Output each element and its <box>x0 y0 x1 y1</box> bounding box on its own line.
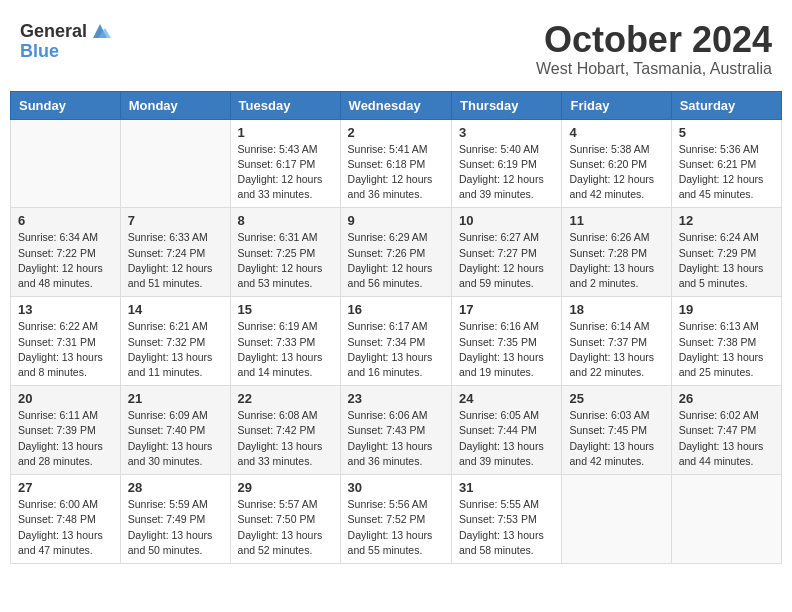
calendar-cell: 7Sunrise: 6:33 AM Sunset: 7:24 PM Daylig… <box>120 208 230 297</box>
calendar-cell: 2Sunrise: 5:41 AM Sunset: 6:18 PM Daylig… <box>340 119 451 208</box>
day-info: Sunrise: 6:13 AM Sunset: 7:38 PM Dayligh… <box>679 319 774 380</box>
calendar-week-row: 27Sunrise: 6:00 AM Sunset: 7:48 PM Dayli… <box>11 475 782 564</box>
calendar-cell: 18Sunrise: 6:14 AM Sunset: 7:37 PM Dayli… <box>562 297 671 386</box>
day-number: 10 <box>459 213 554 228</box>
calendar-cell: 8Sunrise: 6:31 AM Sunset: 7:25 PM Daylig… <box>230 208 340 297</box>
day-number: 4 <box>569 125 663 140</box>
day-info: Sunrise: 6:24 AM Sunset: 7:29 PM Dayligh… <box>679 230 774 291</box>
day-info: Sunrise: 6:27 AM Sunset: 7:27 PM Dayligh… <box>459 230 554 291</box>
calendar-cell: 6Sunrise: 6:34 AM Sunset: 7:22 PM Daylig… <box>11 208 121 297</box>
day-number: 13 <box>18 302 113 317</box>
day-number: 5 <box>679 125 774 140</box>
logo-blue-text: Blue <box>20 41 59 61</box>
calendar-cell: 11Sunrise: 6:26 AM Sunset: 7:28 PM Dayli… <box>562 208 671 297</box>
day-info: Sunrise: 5:57 AM Sunset: 7:50 PM Dayligh… <box>238 497 333 558</box>
day-number: 16 <box>348 302 444 317</box>
logo-general-text: General <box>20 22 87 40</box>
day-number: 9 <box>348 213 444 228</box>
day-info: Sunrise: 5:56 AM Sunset: 7:52 PM Dayligh… <box>348 497 444 558</box>
calendar-cell: 3Sunrise: 5:40 AM Sunset: 6:19 PM Daylig… <box>452 119 562 208</box>
month-title: October 2024 <box>536 20 772 60</box>
calendar-day-header: Saturday <box>671 91 781 119</box>
day-info: Sunrise: 6:02 AM Sunset: 7:47 PM Dayligh… <box>679 408 774 469</box>
day-number: 22 <box>238 391 333 406</box>
day-info: Sunrise: 6:14 AM Sunset: 7:37 PM Dayligh… <box>569 319 663 380</box>
day-info: Sunrise: 6:34 AM Sunset: 7:22 PM Dayligh… <box>18 230 113 291</box>
location-title: West Hobart, Tasmania, Australia <box>536 60 772 78</box>
day-info: Sunrise: 6:26 AM Sunset: 7:28 PM Dayligh… <box>569 230 663 291</box>
day-info: Sunrise: 6:06 AM Sunset: 7:43 PM Dayligh… <box>348 408 444 469</box>
day-number: 25 <box>569 391 663 406</box>
calendar-cell <box>562 475 671 564</box>
calendar-day-header: Monday <box>120 91 230 119</box>
calendar-cell: 21Sunrise: 6:09 AM Sunset: 7:40 PM Dayli… <box>120 386 230 475</box>
day-number: 8 <box>238 213 333 228</box>
day-info: Sunrise: 6:31 AM Sunset: 7:25 PM Dayligh… <box>238 230 333 291</box>
day-number: 29 <box>238 480 333 495</box>
day-number: 2 <box>348 125 444 140</box>
day-number: 21 <box>128 391 223 406</box>
day-info: Sunrise: 6:21 AM Sunset: 7:32 PM Dayligh… <box>128 319 223 380</box>
day-info: Sunrise: 5:40 AM Sunset: 6:19 PM Dayligh… <box>459 142 554 203</box>
calendar-cell: 22Sunrise: 6:08 AM Sunset: 7:42 PM Dayli… <box>230 386 340 475</box>
calendar-header-row: SundayMondayTuesdayWednesdayThursdayFrid… <box>11 91 782 119</box>
calendar-cell: 16Sunrise: 6:17 AM Sunset: 7:34 PM Dayli… <box>340 297 451 386</box>
calendar-cell: 30Sunrise: 5:56 AM Sunset: 7:52 PM Dayli… <box>340 475 451 564</box>
calendar-cell: 31Sunrise: 5:55 AM Sunset: 7:53 PM Dayli… <box>452 475 562 564</box>
calendar-cell: 29Sunrise: 5:57 AM Sunset: 7:50 PM Dayli… <box>230 475 340 564</box>
day-number: 26 <box>679 391 774 406</box>
calendar-week-row: 6Sunrise: 6:34 AM Sunset: 7:22 PM Daylig… <box>11 208 782 297</box>
calendar-table: SundayMondayTuesdayWednesdayThursdayFrid… <box>10 91 782 564</box>
day-info: Sunrise: 6:08 AM Sunset: 7:42 PM Dayligh… <box>238 408 333 469</box>
day-number: 15 <box>238 302 333 317</box>
calendar-cell: 24Sunrise: 6:05 AM Sunset: 7:44 PM Dayli… <box>452 386 562 475</box>
day-info: Sunrise: 6:17 AM Sunset: 7:34 PM Dayligh… <box>348 319 444 380</box>
calendar-day-header: Friday <box>562 91 671 119</box>
day-number: 6 <box>18 213 113 228</box>
calendar-cell: 4Sunrise: 5:38 AM Sunset: 6:20 PM Daylig… <box>562 119 671 208</box>
day-info: Sunrise: 6:19 AM Sunset: 7:33 PM Dayligh… <box>238 319 333 380</box>
calendar-cell: 25Sunrise: 6:03 AM Sunset: 7:45 PM Dayli… <box>562 386 671 475</box>
day-number: 24 <box>459 391 554 406</box>
day-info: Sunrise: 6:11 AM Sunset: 7:39 PM Dayligh… <box>18 408 113 469</box>
day-number: 31 <box>459 480 554 495</box>
calendar-cell: 15Sunrise: 6:19 AM Sunset: 7:33 PM Dayli… <box>230 297 340 386</box>
day-info: Sunrise: 5:38 AM Sunset: 6:20 PM Dayligh… <box>569 142 663 203</box>
day-number: 3 <box>459 125 554 140</box>
day-info: Sunrise: 5:36 AM Sunset: 6:21 PM Dayligh… <box>679 142 774 203</box>
day-info: Sunrise: 5:41 AM Sunset: 6:18 PM Dayligh… <box>348 142 444 203</box>
calendar-cell: 17Sunrise: 6:16 AM Sunset: 7:35 PM Dayli… <box>452 297 562 386</box>
calendar-week-row: 20Sunrise: 6:11 AM Sunset: 7:39 PM Dayli… <box>11 386 782 475</box>
day-info: Sunrise: 6:00 AM Sunset: 7:48 PM Dayligh… <box>18 497 113 558</box>
calendar-cell: 26Sunrise: 6:02 AM Sunset: 7:47 PM Dayli… <box>671 386 781 475</box>
day-number: 11 <box>569 213 663 228</box>
calendar-cell <box>671 475 781 564</box>
day-number: 14 <box>128 302 223 317</box>
calendar-cell: 9Sunrise: 6:29 AM Sunset: 7:26 PM Daylig… <box>340 208 451 297</box>
calendar-cell: 13Sunrise: 6:22 AM Sunset: 7:31 PM Dayli… <box>11 297 121 386</box>
day-info: Sunrise: 5:43 AM Sunset: 6:17 PM Dayligh… <box>238 142 333 203</box>
page-header: General Blue October 2024 West Hobart, T… <box>10 10 782 83</box>
calendar-day-header: Wednesday <box>340 91 451 119</box>
day-number: 23 <box>348 391 444 406</box>
calendar-cell <box>11 119 121 208</box>
day-info: Sunrise: 6:22 AM Sunset: 7:31 PM Dayligh… <box>18 319 113 380</box>
calendar-cell: 14Sunrise: 6:21 AM Sunset: 7:32 PM Dayli… <box>120 297 230 386</box>
day-number: 18 <box>569 302 663 317</box>
day-number: 1 <box>238 125 333 140</box>
day-number: 20 <box>18 391 113 406</box>
day-number: 27 <box>18 480 113 495</box>
day-info: Sunrise: 6:29 AM Sunset: 7:26 PM Dayligh… <box>348 230 444 291</box>
day-number: 17 <box>459 302 554 317</box>
calendar-cell <box>120 119 230 208</box>
calendar-cell: 1Sunrise: 5:43 AM Sunset: 6:17 PM Daylig… <box>230 119 340 208</box>
logo: General Blue <box>20 20 111 61</box>
calendar-day-header: Sunday <box>11 91 121 119</box>
day-number: 30 <box>348 480 444 495</box>
day-info: Sunrise: 5:59 AM Sunset: 7:49 PM Dayligh… <box>128 497 223 558</box>
calendar-cell: 23Sunrise: 6:06 AM Sunset: 7:43 PM Dayli… <box>340 386 451 475</box>
calendar-cell: 20Sunrise: 6:11 AM Sunset: 7:39 PM Dayli… <box>11 386 121 475</box>
day-info: Sunrise: 6:05 AM Sunset: 7:44 PM Dayligh… <box>459 408 554 469</box>
day-info: Sunrise: 6:03 AM Sunset: 7:45 PM Dayligh… <box>569 408 663 469</box>
title-block: October 2024 West Hobart, Tasmania, Aust… <box>536 20 772 78</box>
